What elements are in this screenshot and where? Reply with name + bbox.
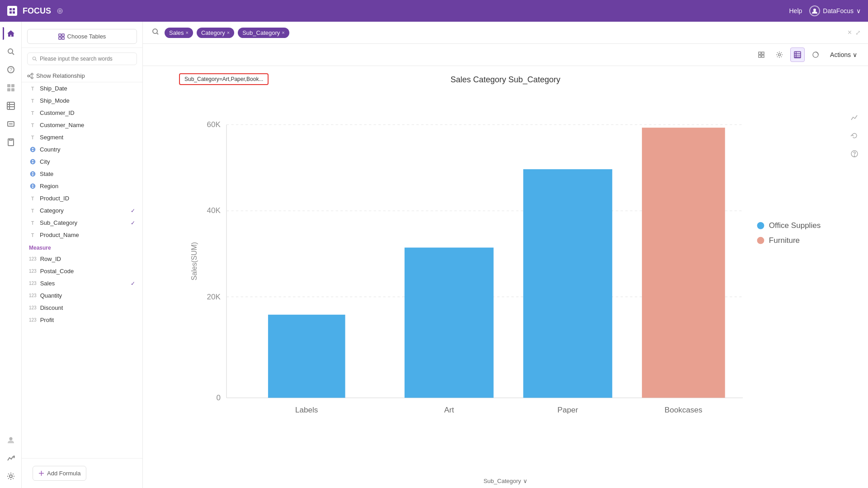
search-button[interactable] bbox=[150, 26, 161, 39]
svg-rect-26 bbox=[59, 37, 61, 39]
bar-art[interactable] bbox=[405, 247, 494, 398]
sidebar-item-minus[interactable] bbox=[3, 116, 19, 132]
show-relationship-toggle[interactable]: Show Relationship bbox=[22, 70, 142, 82]
svg-point-23 bbox=[9, 475, 12, 478]
sidebar-item-table[interactable] bbox=[3, 98, 19, 114]
field-sales[interactable]: 123 Sales ✓ bbox=[22, 277, 142, 289]
sidebar-item-clipboard[interactable] bbox=[3, 134, 19, 150]
svg-point-80 bbox=[757, 237, 764, 244]
topnav-right: Help DataFocus ∨ bbox=[789, 5, 861, 16]
show-relationship-label: Show Relationship bbox=[36, 72, 85, 79]
field-segment[interactable]: T Segment bbox=[22, 131, 142, 143]
clear-search-icon[interactable]: × bbox=[848, 28, 852, 37]
sidebar-item-person[interactable] bbox=[3, 432, 19, 448]
svg-text:Sales(SUM): Sales(SUM) bbox=[190, 242, 198, 280]
field-customer-name[interactable]: T Customer_Name bbox=[22, 119, 142, 131]
svg-rect-3 bbox=[13, 11, 15, 14]
svg-rect-13 bbox=[7, 102, 14, 109]
field-name: Customer_Name bbox=[40, 122, 84, 128]
user-menu[interactable]: DataFocus ∨ bbox=[809, 5, 861, 16]
add-formula-button[interactable]: Add Formula bbox=[33, 466, 86, 481]
tag-category-label: Category bbox=[201, 29, 225, 36]
bar-paper[interactable] bbox=[523, 169, 612, 398]
search-area-right: × ⤢ bbox=[848, 28, 861, 37]
expand-search-icon[interactable]: ⤢ bbox=[855, 29, 861, 36]
fit-icon-button[interactable] bbox=[754, 47, 769, 62]
add-tab-button[interactable]: ⊕ bbox=[57, 6, 63, 16]
field-region[interactable]: Region bbox=[22, 180, 142, 192]
field-type-icon: T bbox=[29, 232, 36, 238]
sidebar-item-settings[interactable] bbox=[3, 468, 19, 484]
tag-subcategory-close[interactable]: × bbox=[282, 30, 284, 35]
field-city[interactable]: City bbox=[22, 156, 142, 168]
svg-text:Art: Art bbox=[444, 406, 454, 414]
field-search-box[interactable] bbox=[27, 52, 137, 65]
field-sub-category[interactable]: T Sub_Category ✓ bbox=[22, 217, 142, 229]
actions-dropdown-button[interactable]: Actions ∨ bbox=[826, 49, 861, 60]
tag-sales[interactable]: Sales × bbox=[165, 28, 193, 38]
sidebar-item-analytics[interactable] bbox=[3, 450, 19, 466]
field-quantity[interactable]: 123 Quantity bbox=[22, 289, 142, 302]
tag-sales-label: Sales bbox=[169, 29, 184, 36]
svg-rect-51 bbox=[759, 52, 761, 54]
sidebar-item-help[interactable]: ? bbox=[3, 62, 19, 78]
field-postal-code[interactable]: 123 Postal_Code bbox=[22, 265, 142, 277]
field-profit[interactable]: 123 Profit bbox=[22, 314, 142, 326]
svg-rect-9 bbox=[7, 84, 10, 87]
tag-sales-close[interactable]: × bbox=[186, 30, 189, 35]
field-name: Discount bbox=[40, 304, 63, 311]
svg-line-6 bbox=[12, 53, 14, 55]
sidebar-item-layout[interactable] bbox=[3, 80, 19, 96]
svg-rect-52 bbox=[762, 52, 764, 54]
field-search-input[interactable] bbox=[40, 56, 132, 62]
field-product-name[interactable]: T Product_Name bbox=[22, 229, 142, 241]
field-country[interactable]: Country bbox=[22, 143, 142, 156]
svg-rect-53 bbox=[759, 55, 761, 57]
field-type-icon: T bbox=[29, 208, 36, 213]
xaxis-chevron-icon[interactable]: ∨ bbox=[523, 478, 528, 484]
svg-line-33 bbox=[29, 74, 31, 76]
field-name: Profit bbox=[40, 317, 54, 323]
filter-badge[interactable]: Sub_Category=Art,Paper,Book... bbox=[179, 73, 269, 85]
svg-text:40K: 40K bbox=[207, 206, 221, 215]
field-num-icon: 123 bbox=[29, 281, 37, 286]
tag-subcategory[interactable]: Sub_Category × bbox=[238, 28, 289, 38]
choose-tables-button[interactable]: Choose Tables bbox=[27, 29, 137, 44]
app-name: FOCUS bbox=[23, 6, 51, 16]
tag-category-close[interactable]: × bbox=[227, 30, 230, 35]
svg-rect-12 bbox=[11, 88, 14, 91]
field-geo-icon bbox=[29, 147, 36, 152]
tag-category[interactable]: Category × bbox=[197, 28, 234, 38]
field-type-icon: T bbox=[29, 98, 36, 104]
sidebar-item-home[interactable] bbox=[3, 25, 19, 42]
svg-rect-27 bbox=[62, 37, 64, 39]
field-ship-mode[interactable]: T Ship_Mode bbox=[22, 95, 142, 107]
field-geo-icon bbox=[29, 159, 36, 165]
svg-point-31 bbox=[31, 73, 33, 75]
field-category[interactable]: T Category ✓ bbox=[22, 204, 142, 217]
field-state[interactable]: State bbox=[22, 168, 142, 180]
svg-rect-25 bbox=[62, 34, 64, 36]
bar-bookcases[interactable] bbox=[642, 128, 725, 398]
bar-labels[interactable] bbox=[268, 315, 345, 398]
field-discount[interactable]: 123 Discount bbox=[22, 302, 142, 314]
field-customer-id[interactable]: T Customer_ID bbox=[22, 107, 142, 119]
field-ship-date[interactable]: T Ship_Date bbox=[22, 82, 142, 95]
sidebar-item-search[interactable] bbox=[3, 43, 19, 60]
svg-line-29 bbox=[35, 60, 37, 61]
field-product-id[interactable]: T Product_ID bbox=[22, 192, 142, 204]
left-panel: Choose Tables Show Relationship T Ship_D… bbox=[22, 22, 143, 488]
main-layout: ? Choose Tables bbox=[0, 22, 868, 488]
grid-icon-button[interactable] bbox=[790, 47, 805, 62]
chart-type-icon-button[interactable] bbox=[808, 47, 823, 62]
main-content: Sales × Category × Sub_Category × × ⤢ bbox=[143, 22, 868, 488]
svg-rect-54 bbox=[762, 55, 764, 57]
field-row-id[interactable]: 123 Row_ID bbox=[22, 253, 142, 265]
field-list: T Ship_Date T Ship_Mode T Customer_ID T … bbox=[22, 82, 142, 458]
svg-line-34 bbox=[29, 76, 31, 77]
help-link[interactable]: Help bbox=[789, 7, 802, 14]
svg-point-78 bbox=[757, 222, 764, 229]
topnav-left: FOCUS ⊕ bbox=[7, 6, 63, 16]
field-geo-icon bbox=[29, 171, 36, 177]
settings-icon-button[interactable] bbox=[772, 47, 787, 62]
